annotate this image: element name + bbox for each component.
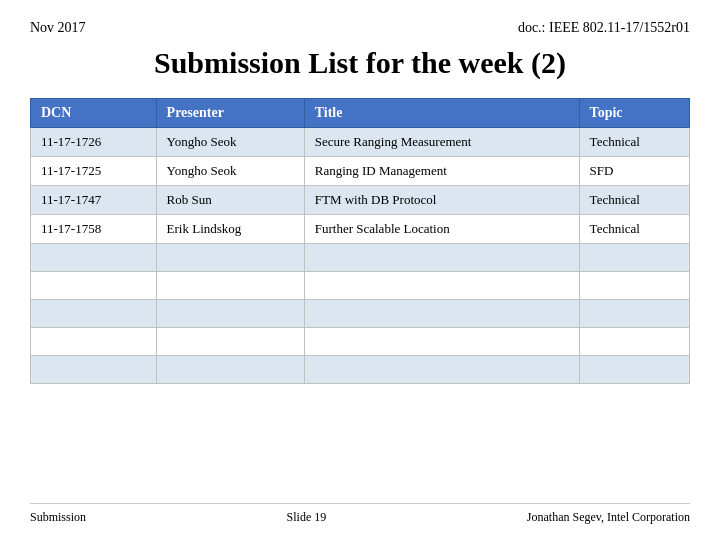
empty-cell (304, 272, 579, 300)
table-header-row: DCN Presenter Title Topic (31, 99, 690, 128)
cell-presenter: Erik Lindskog (156, 215, 304, 244)
header-date: Nov 2017 (30, 20, 86, 36)
empty-cell (156, 272, 304, 300)
empty-row (31, 356, 690, 384)
col-dcn: DCN (31, 99, 157, 128)
footer-slide: Slide 19 (287, 510, 327, 525)
cell-presenter: Yongho Seok (156, 128, 304, 157)
empty-cell (579, 300, 689, 328)
empty-cell (579, 244, 689, 272)
table-row: 11-17-1725Yongho SeokRanging ID Manageme… (31, 157, 690, 186)
col-presenter: Presenter (156, 99, 304, 128)
cell-title: FTM with DB Protocol (304, 186, 579, 215)
empty-cell (31, 300, 157, 328)
empty-cell (304, 328, 579, 356)
page-title: Submission List for the week (2) (30, 46, 690, 80)
empty-row (31, 272, 690, 300)
submission-table-container: DCN Presenter Title Topic 11-17-1726Yong… (30, 98, 690, 491)
cell-topic: Technical (579, 128, 689, 157)
empty-cell (31, 244, 157, 272)
footer-author: Jonathan Segev, Intel Corporation (527, 510, 690, 525)
cell-title: Further Scalable Location (304, 215, 579, 244)
empty-cell (579, 356, 689, 384)
empty-cell (304, 300, 579, 328)
cell-presenter: Yongho Seok (156, 157, 304, 186)
table-row: 11-17-1726Yongho SeokSecure Ranging Meas… (31, 128, 690, 157)
cell-topic: Technical (579, 186, 689, 215)
cell-title: Secure Ranging Measurement (304, 128, 579, 157)
cell-topic: Technical (579, 215, 689, 244)
empty-row (31, 328, 690, 356)
empty-row (31, 244, 690, 272)
empty-cell (31, 328, 157, 356)
footer-submission: Submission (30, 510, 86, 525)
cell-title: Ranging ID Management (304, 157, 579, 186)
empty-cell (579, 328, 689, 356)
col-topic: Topic (579, 99, 689, 128)
empty-row (31, 300, 690, 328)
header: Nov 2017 doc.: IEEE 802.11-17/1552r01 (30, 20, 690, 36)
empty-cell (156, 328, 304, 356)
table-row: 11-17-1747Rob SunFTM with DB ProtocolTec… (31, 186, 690, 215)
cell-presenter: Rob Sun (156, 186, 304, 215)
cell-dcn: 11-17-1725 (31, 157, 157, 186)
empty-cell (156, 356, 304, 384)
empty-cell (156, 300, 304, 328)
footer: Submission Slide 19 Jonathan Segev, Inte… (30, 503, 690, 525)
slide: Nov 2017 doc.: IEEE 802.11-17/1552r01 Su… (0, 0, 720, 540)
col-title: Title (304, 99, 579, 128)
table-row: 11-17-1758Erik LindskogFurther Scalable … (31, 215, 690, 244)
empty-cell (31, 272, 157, 300)
empty-cell (156, 244, 304, 272)
cell-dcn: 11-17-1758 (31, 215, 157, 244)
empty-cell (31, 356, 157, 384)
empty-cell (579, 272, 689, 300)
empty-cell (304, 244, 579, 272)
submission-table: DCN Presenter Title Topic 11-17-1726Yong… (30, 98, 690, 384)
empty-cell (304, 356, 579, 384)
cell-topic: SFD (579, 157, 689, 186)
header-doc: doc.: IEEE 802.11-17/1552r01 (518, 20, 690, 36)
cell-dcn: 11-17-1726 (31, 128, 157, 157)
cell-dcn: 11-17-1747 (31, 186, 157, 215)
